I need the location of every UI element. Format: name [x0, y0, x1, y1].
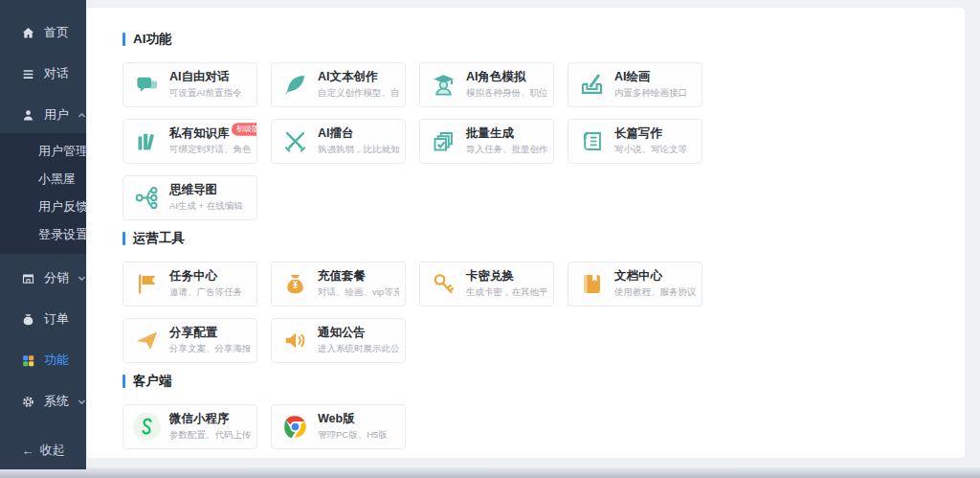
sidebar-submenu: 用户管理小黑屋用户反馈登录设置 — [0, 133, 86, 254]
card-text: 卡密兑换生成卡密，在其他平台销售 — [466, 269, 547, 300]
card-title: 通知公告 — [318, 326, 399, 341]
section-title: 运营工具 — [133, 230, 185, 247]
card-title: 批量生成 — [466, 126, 547, 142]
feature-card[interactable]: 分享配置分享文案、分享海报等 — [122, 318, 257, 363]
card-title-text: AI文本创作 — [318, 70, 378, 83]
collapse-label: 收起 — [40, 442, 65, 459]
feature-card[interactable]: 任务中心邀请、广告等任务 — [122, 262, 257, 307]
collapse-sidebar-button[interactable]: ← 收起 — [0, 431, 86, 469]
horn-icon — [281, 327, 309, 354]
plane-icon — [133, 327, 161, 354]
sidebar-item-features[interactable]: 功能 — [0, 343, 86, 377]
card-subtitle: 模拟各种身份、职位、专家 — [466, 87, 547, 100]
feature-card[interactable]: 卡密兑换生成卡密，在其他平台销售 — [419, 262, 554, 307]
card-title: AI文本创作 — [318, 70, 399, 85]
sidebar-item-label: 订单 — [44, 310, 69, 328]
card-title: 任务中心 — [169, 269, 242, 285]
card-text: 通知公告进入系统时展示此公告 — [318, 326, 399, 356]
card-grid: 微信小程序参数配置、代码上传等Web版管理PC版、H5版 — [122, 404, 721, 449]
chat-icon — [133, 71, 161, 99]
window-bottom-edge — [0, 467, 980, 478]
section-title: 客户端 — [133, 373, 172, 390]
card-subtitle: 分享文案、分享海报等 — [169, 343, 251, 355]
card-title-text: AI绘画 — [614, 70, 651, 83]
sidebar-item-user[interactable]: 用户 — [0, 98, 86, 132]
feature-card[interactable]: AI角色模拟模拟各种身份、职位、专家 — [419, 62, 554, 107]
card-subtitle: 可绑定到对话、角色等 — [169, 144, 251, 156]
card-title-text: 批量生成 — [466, 126, 514, 140]
sidebar-subitem[interactable]: 用户管理 — [0, 137, 86, 165]
sidebar-item-shop[interactable]: 分销 — [0, 261, 86, 295]
card-title: 分享配置 — [169, 326, 251, 341]
feature-card[interactable]: 文档中心使用教程、服务协议等 — [568, 262, 702, 307]
card-subtitle: 管理PC版、H5版 — [318, 429, 388, 442]
card-subtitle: 可设置AI前置指令 — [169, 87, 241, 100]
card-title-text: AI擂台 — [318, 126, 354, 140]
section: AI功能AI自由对话可设置AI前置指令AI文本创作自定义创作模型、自由发挥AI角… — [122, 31, 946, 220]
card-text: AI自由对话可设置AI前置指令 — [169, 70, 241, 101]
card-text: 充值套餐对话、绘画、vip等充值套餐 — [318, 269, 399, 300]
card-text: 任务中心邀请、广告等任务 — [169, 269, 242, 300]
feature-card[interactable]: AI擂台孰强孰弱，比比就知道 — [271, 119, 406, 164]
sidebar-subitem[interactable]: 登录设置 — [0, 220, 86, 248]
card-title-text: 私有知识库 — [169, 126, 230, 140]
book-icon — [578, 270, 606, 298]
card-subtitle: 进入系统时展示此公告 — [318, 343, 399, 355]
card-title-text: 思维导图 — [169, 183, 217, 196]
feature-card[interactable]: Web版管理PC版、H5版 — [271, 404, 406, 449]
card-subtitle: 自定义创作模型、自由发挥 — [318, 87, 399, 100]
feature-card[interactable]: 批量生成导入任务、批量创作 — [419, 119, 554, 164]
card-title: 私有知识库初级版 — [169, 126, 251, 142]
sidebar-menu: 首页对话用户用户管理小黑屋用户反馈登录设置分销订单功能系统 — [0, 0, 86, 431]
features-icon — [21, 353, 35, 368]
section-accent-bar — [122, 33, 125, 46]
card-grid: 任务中心邀请、广告等任务充值套餐对话、绘画、vip等充值套餐卡密兑换生成卡密，在… — [122, 262, 721, 363]
feature-card[interactable]: AI自由对话可设置AI前置指令 — [122, 62, 257, 107]
shop-icon — [21, 271, 35, 285]
moneybag-icon — [281, 270, 309, 298]
card-text: 文档中心使用教程、服务协议等 — [614, 269, 696, 300]
mindmap-icon — [133, 184, 161, 212]
card-text: Web版管理PC版、H5版 — [318, 412, 388, 443]
section-accent-bar — [122, 375, 125, 388]
sidebar-item-label: 功能 — [44, 352, 69, 369]
role-icon — [430, 71, 457, 99]
feature-card[interactable]: 通知公告进入系统时展示此公告 — [271, 318, 406, 363]
feature-card[interactable]: 长篇写作写小说、写论文等 — [568, 119, 702, 164]
feature-card[interactable]: 思维导图AI生成 + 在线编辑 — [122, 175, 257, 220]
feature-card[interactable]: 微信小程序参数配置、代码上传等 — [122, 404, 257, 449]
card-title: 文档中心 — [614, 269, 696, 285]
card-subtitle: 孰强孰弱，比比就知道 — [318, 144, 399, 156]
sidebar-item-list[interactable]: 对话 — [0, 57, 86, 91]
sidebar-subitem[interactable]: 用户反馈 — [0, 193, 86, 220]
card-subtitle: 导入任务、批量创作 — [466, 144, 547, 156]
card-grid: AI自由对话可设置AI前置指令AI文本创作自定义创作模型、自由发挥AI角色模拟模… — [122, 62, 721, 220]
feature-card[interactable]: AI绘画内置多种绘画接口 — [568, 62, 702, 107]
card-title: Web版 — [318, 412, 388, 427]
feature-card[interactable]: 私有知识库初级版可绑定到对话、角色等 — [122, 119, 257, 164]
card-title: AI角色模拟 — [466, 70, 547, 85]
feature-card[interactable]: AI文本创作自定义创作模型、自由发挥 — [271, 62, 406, 107]
card-title-text: 文档中心 — [614, 269, 662, 283]
card-title-text: AI自由对话 — [169, 70, 230, 83]
card-title-text: 充值套餐 — [318, 269, 366, 283]
sidebar-subitem[interactable]: 小黑屋 — [0, 165, 86, 193]
sidebar-item-home[interactable]: 首页 — [0, 15, 86, 50]
sidebar-item-gear[interactable]: 系统 — [0, 384, 86, 419]
card-title-text: AI角色模拟 — [466, 70, 526, 83]
wechat-mini-icon — [133, 413, 161, 441]
card-text: 分享配置分享文案、分享海报等 — [169, 326, 251, 356]
sidebar-item-label: 首页 — [44, 24, 69, 41]
card-title-text: 分享配置 — [169, 326, 217, 339]
feature-card[interactable]: 充值套餐对话、绘画、vip等充值套餐 — [271, 262, 406, 307]
card-text: 私有知识库初级版可绑定到对话、角色等 — [169, 126, 251, 157]
batch-icon — [430, 127, 457, 155]
sidebar-item-moneybag-side[interactable]: 订单 — [0, 302, 86, 336]
caret-down-icon — [78, 398, 86, 406]
section-title: AI功能 — [133, 31, 172, 48]
card-title: AI绘画 — [614, 70, 687, 85]
scroll-icon — [578, 127, 606, 155]
card-title-text: Web版 — [318, 412, 355, 425]
sidebar: 首页对话用户用户管理小黑屋用户反馈登录设置分销订单功能系统 ← 收起 — [0, 0, 86, 469]
card-subtitle: 使用教程、服务协议等 — [614, 286, 696, 299]
